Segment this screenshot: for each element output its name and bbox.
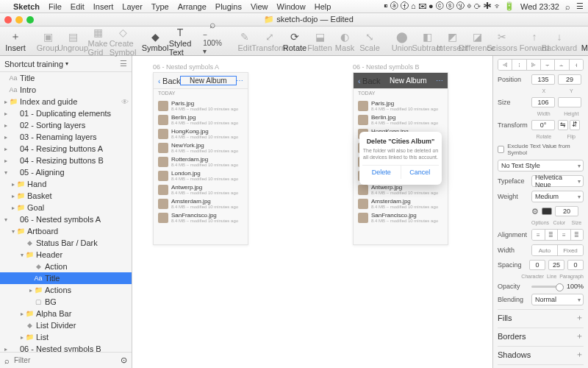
- shadows-section[interactable]: Shadows: [498, 350, 531, 359]
- close-window-button[interactable]: [4, 16, 12, 24]
- layer-row[interactable]: ▾📁Header: [0, 249, 132, 261]
- header-title-selected[interactable]: New Album: [181, 77, 236, 85]
- disclosure-icon[interactable]: ▾: [10, 228, 16, 235]
- toolbar-subtract[interactable]: ◧Subtract: [416, 30, 438, 52]
- layer-row[interactable]: ▸📁Goal: [0, 202, 132, 213]
- layer-row[interactable]: ◆Action: [0, 261, 132, 272]
- rotate-input[interactable]: [531, 120, 555, 130]
- layer-row[interactable]: ▸04 - Resizing buttons B: [0, 155, 132, 166]
- menu-sketch[interactable]: Sketch: [13, 2, 40, 11]
- align-distribute-buttons[interactable]: ⫷⫶⫸⫟⫠⫞: [498, 59, 584, 71]
- toolbar-mirror[interactable]: ▭Mirror: [581, 30, 588, 52]
- disclosure-icon[interactable]: ▸: [3, 346, 9, 353]
- menu-type[interactable]: Type: [151, 2, 169, 11]
- zoom-window-button[interactable]: [26, 16, 34, 24]
- back-button[interactable]: ‹ Back: [358, 77, 381, 85]
- disclosure-icon[interactable]: ▸: [10, 205, 16, 211]
- layer-row[interactable]: ▸03 - Renaming layers: [0, 131, 132, 143]
- layer-row[interactable]: ◆List Divider: [0, 319, 132, 331]
- menu-file[interactable]: File: [49, 2, 62, 11]
- notification-icon[interactable]: ☰: [576, 1, 584, 11]
- text-align-left-icon[interactable]: ≡: [532, 230, 545, 240]
- layer-row[interactable]: ▸📁Index and guide👁: [0, 96, 132, 107]
- flip-v-button[interactable]: ⇵: [570, 120, 580, 130]
- menu-insert[interactable]: Insert: [93, 2, 114, 11]
- visibility-icon[interactable]: 👁: [121, 98, 129, 106]
- artboard-b[interactable]: ‹ Back New Album ⋯ TODAY Paris.jpg8.4 MB…: [353, 72, 448, 245]
- color-swatch[interactable]: [542, 208, 552, 215]
- list-item[interactable]: Paris.jpg8.4 MB – modified 10 minutes ag…: [154, 99, 248, 113]
- toolbar-backward[interactable]: ↓Backward: [548, 30, 570, 52]
- spotlight-icon[interactable]: ⌕: [565, 2, 570, 11]
- layer-row[interactable]: ▸📁Hand: [0, 178, 132, 190]
- typeface-select[interactable]: Helvetica Neue: [531, 175, 584, 187]
- disclosure-icon[interactable]: ▸: [19, 311, 25, 317]
- text-align-right-icon[interactable]: ≡: [558, 230, 571, 240]
- zoom-level[interactable]: − 100% ▾: [203, 31, 222, 55]
- borders-section[interactable]: Borders: [498, 332, 526, 341]
- layer-row[interactable]: ▸📁Basket: [0, 190, 132, 202]
- artboard-label-b[interactable]: 06 - Nested symbols B: [353, 63, 420, 71]
- filter-options-icon[interactable]: ⊙: [121, 355, 127, 365]
- filter-icon[interactable]: ⌕: [4, 356, 10, 365]
- layer-row[interactable]: AaIntro: [0, 84, 132, 96]
- width-input[interactable]: [531, 97, 555, 107]
- layer-tree[interactable]: AaTitleAaIntro▸📁Index and guide👁▸01 - Du…: [0, 72, 132, 352]
- more-icon[interactable]: ⋯: [236, 77, 243, 85]
- fills-section[interactable]: Fills: [498, 314, 512, 322]
- panel-toggle-icon[interactable]: ☰: [120, 59, 127, 68]
- exclude-checkbox[interactable]: [498, 146, 504, 153]
- add-fill-button[interactable]: ＋: [576, 312, 584, 323]
- layer-row[interactable]: ◆Status Bar / Dark: [0, 237, 132, 249]
- artboard-a[interactable]: ‹ Back New Album ⋯ TODAY Paris.jpg8.4 MB…: [153, 72, 248, 245]
- disclosure-icon[interactable]: ▸: [28, 287, 34, 294]
- toolbar-scale[interactable]: ⤡Scale: [359, 30, 381, 52]
- para-spacing-input[interactable]: [567, 260, 584, 270]
- toolbar-styled-text[interactable]: TStyled Text: [169, 26, 191, 57]
- add-border-button[interactable]: ＋: [576, 330, 584, 342]
- menu-plugins[interactable]: Plugins: [215, 2, 242, 11]
- opacity-slider[interactable]: [531, 286, 564, 288]
- add-shadow-button[interactable]: ＋: [576, 349, 584, 360]
- layer-row[interactable]: ▸01 - Duplicating elements: [0, 107, 132, 119]
- text-style-select[interactable]: No Text Style: [498, 160, 584, 171]
- layer-row[interactable]: ▸02 - Sorting layers: [0, 119, 132, 131]
- toolbar-insert[interactable]: ＋Insert: [4, 30, 26, 52]
- disclosure-icon[interactable]: ▸: [3, 122, 9, 129]
- list-item[interactable]: London.jpg8.4 MB – modified 10 minutes a…: [154, 169, 248, 183]
- layer-row[interactable]: ▸📁Actions: [0, 284, 132, 296]
- toolbar-union[interactable]: ⬤Union: [391, 30, 413, 52]
- toolbar-transform[interactable]: ⤢Transform: [259, 30, 281, 52]
- layer-row[interactable]: ▸04 - Resizing buttons A: [0, 143, 132, 155]
- toolbar-ungroup[interactable]: ▤Ungroup: [62, 30, 84, 52]
- list-item[interactable]: Rotterdam.jpg8.4 MB – modified 10 minute…: [154, 155, 248, 169]
- alert-cancel-button[interactable]: Cancel: [401, 166, 440, 179]
- layer-row[interactable]: ▾06 - Nested symbols A: [0, 213, 132, 225]
- menu-view[interactable]: View: [251, 2, 268, 11]
- layer-row[interactable]: ▸📁Alpha Bar: [0, 308, 132, 319]
- layer-row[interactable]: AaTitle: [0, 272, 132, 284]
- align-right-icon[interactable]: ⫸: [527, 60, 541, 70]
- align-top-icon[interactable]: ⫟: [541, 60, 555, 70]
- minimize-window-button[interactable]: [15, 16, 23, 24]
- menu-help[interactable]: Help: [315, 2, 331, 11]
- flip-h-button[interactable]: ⇋: [558, 120, 568, 130]
- disclosure-icon[interactable]: ▾: [3, 169, 9, 176]
- list-item[interactable]: NewYork.jpg8.4 MB – modified 10 minutes …: [154, 141, 248, 155]
- disclosure-icon[interactable]: ▾: [3, 216, 9, 223]
- align-bottom-icon[interactable]: ⫞: [570, 60, 583, 70]
- menubar-clock[interactable]: Wed 23:32: [520, 2, 559, 11]
- line-spacing-input[interactable]: [548, 260, 564, 270]
- list-item[interactable]: Antwerp.jpg8.4 MB – modified 10 minutes …: [154, 183, 248, 197]
- disclosure-icon[interactable]: ▸: [3, 158, 9, 164]
- list-item[interactable]: Berlin.jpg8.4 MB – modified 10 minutes a…: [154, 113, 248, 127]
- filter-input[interactable]: [14, 356, 116, 364]
- toolbar-scissors[interactable]: ✂Scissors: [491, 30, 513, 52]
- disclosure-icon[interactable]: ▾: [19, 252, 25, 258]
- width-fixed-button[interactable]: Fixed: [558, 245, 583, 255]
- align-hcenter-icon[interactable]: ⫶: [512, 60, 526, 70]
- list-item[interactable]: SanFrancisco.jpg8.4 MB – modified 10 min…: [154, 210, 248, 224]
- text-align-justify-icon[interactable]: ≣: [571, 230, 584, 240]
- menu-arrange[interactable]: Arrange: [178, 2, 207, 11]
- menu-window[interactable]: Window: [277, 2, 306, 11]
